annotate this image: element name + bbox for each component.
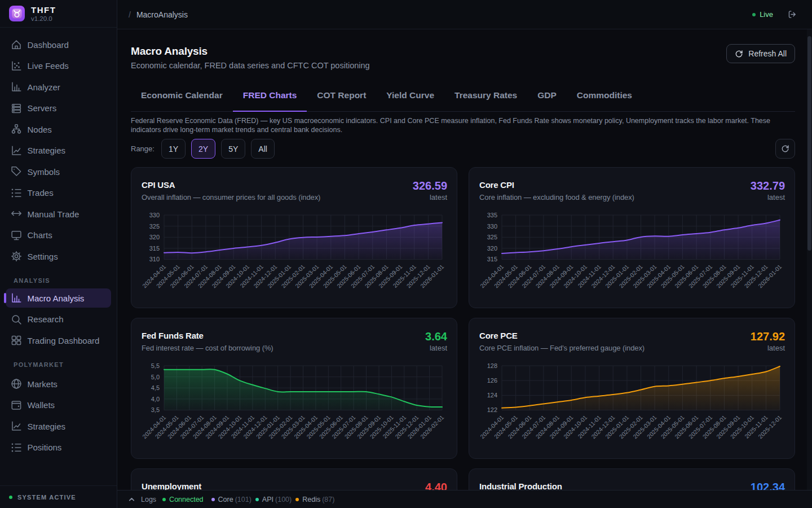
svg-text:124: 124: [487, 392, 497, 398]
svg-text:330: 330: [149, 212, 160, 218]
svg-text:5,5: 5,5: [151, 362, 160, 369]
svg-text:315: 315: [149, 245, 160, 252]
svg-text:122: 122: [487, 406, 497, 413]
svg-text:325: 325: [149, 223, 160, 230]
svg-text:126: 126: [487, 377, 497, 384]
svg-text:325: 325: [487, 234, 497, 240]
svg-text:5,0: 5,0: [151, 374, 160, 380]
svg-text:320: 320: [487, 245, 497, 252]
svg-text:4,0: 4,0: [151, 396, 160, 402]
svg-text:330: 330: [487, 223, 497, 230]
svg-text:3,5: 3,5: [151, 406, 160, 413]
svg-text:310: 310: [149, 256, 160, 262]
svg-text:315: 315: [487, 256, 497, 262]
svg-text:128: 128: [487, 362, 497, 369]
svg-text:335: 335: [487, 212, 497, 218]
svg-text:4,5: 4,5: [151, 384, 160, 391]
svg-text:320: 320: [149, 234, 160, 240]
